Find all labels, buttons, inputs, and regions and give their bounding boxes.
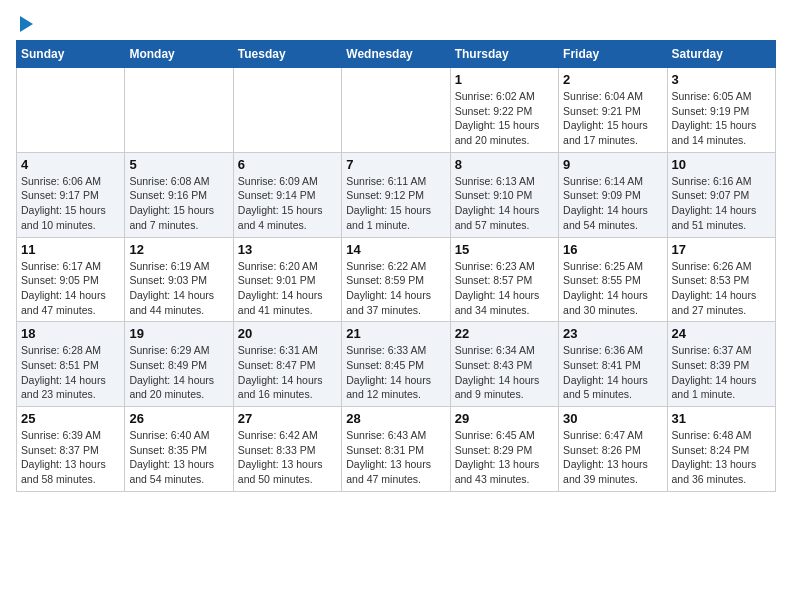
day-number: 9 xyxy=(563,157,662,172)
calendar-cell: 11Sunrise: 6:17 AM Sunset: 9:05 PM Dayli… xyxy=(17,237,125,322)
day-number: 22 xyxy=(455,326,554,341)
day-info: Sunrise: 6:11 AM Sunset: 9:12 PM Dayligh… xyxy=(346,174,445,233)
day-number: 7 xyxy=(346,157,445,172)
day-number: 8 xyxy=(455,157,554,172)
day-info: Sunrise: 6:48 AM Sunset: 8:24 PM Dayligh… xyxy=(672,428,771,487)
calendar-cell: 15Sunrise: 6:23 AM Sunset: 8:57 PM Dayli… xyxy=(450,237,558,322)
day-info: Sunrise: 6:05 AM Sunset: 9:19 PM Dayligh… xyxy=(672,89,771,148)
day-info: Sunrise: 6:28 AM Sunset: 8:51 PM Dayligh… xyxy=(21,343,120,402)
day-header-saturday: Saturday xyxy=(667,41,775,68)
day-number: 26 xyxy=(129,411,228,426)
day-info: Sunrise: 6:29 AM Sunset: 8:49 PM Dayligh… xyxy=(129,343,228,402)
day-info: Sunrise: 6:33 AM Sunset: 8:45 PM Dayligh… xyxy=(346,343,445,402)
day-number: 29 xyxy=(455,411,554,426)
day-number: 12 xyxy=(129,242,228,257)
calendar-cell xyxy=(233,68,341,153)
calendar-cell: 18Sunrise: 6:28 AM Sunset: 8:51 PM Dayli… xyxy=(17,322,125,407)
day-number: 25 xyxy=(21,411,120,426)
day-header-sunday: Sunday xyxy=(17,41,125,68)
day-number: 31 xyxy=(672,411,771,426)
day-header-thursday: Thursday xyxy=(450,41,558,68)
calendar-cell: 26Sunrise: 6:40 AM Sunset: 8:35 PM Dayli… xyxy=(125,407,233,492)
logo xyxy=(16,16,33,32)
day-info: Sunrise: 6:43 AM Sunset: 8:31 PM Dayligh… xyxy=(346,428,445,487)
calendar-cell: 5Sunrise: 6:08 AM Sunset: 9:16 PM Daylig… xyxy=(125,152,233,237)
calendar-cell: 12Sunrise: 6:19 AM Sunset: 9:03 PM Dayli… xyxy=(125,237,233,322)
day-number: 1 xyxy=(455,72,554,87)
day-header-monday: Monday xyxy=(125,41,233,68)
day-info: Sunrise: 6:02 AM Sunset: 9:22 PM Dayligh… xyxy=(455,89,554,148)
calendar-week-3: 11Sunrise: 6:17 AM Sunset: 9:05 PM Dayli… xyxy=(17,237,776,322)
day-number: 13 xyxy=(238,242,337,257)
day-number: 19 xyxy=(129,326,228,341)
calendar-cell: 14Sunrise: 6:22 AM Sunset: 8:59 PM Dayli… xyxy=(342,237,450,322)
page-header xyxy=(16,16,776,32)
day-info: Sunrise: 6:37 AM Sunset: 8:39 PM Dayligh… xyxy=(672,343,771,402)
calendar-cell: 2Sunrise: 6:04 AM Sunset: 9:21 PM Daylig… xyxy=(559,68,667,153)
calendar-cell: 30Sunrise: 6:47 AM Sunset: 8:26 PM Dayli… xyxy=(559,407,667,492)
calendar-cell: 17Sunrise: 6:26 AM Sunset: 8:53 PM Dayli… xyxy=(667,237,775,322)
day-info: Sunrise: 6:06 AM Sunset: 9:17 PM Dayligh… xyxy=(21,174,120,233)
day-info: Sunrise: 6:39 AM Sunset: 8:37 PM Dayligh… xyxy=(21,428,120,487)
calendar-cell: 1Sunrise: 6:02 AM Sunset: 9:22 PM Daylig… xyxy=(450,68,558,153)
day-header-wednesday: Wednesday xyxy=(342,41,450,68)
calendar-cell: 16Sunrise: 6:25 AM Sunset: 8:55 PM Dayli… xyxy=(559,237,667,322)
day-number: 20 xyxy=(238,326,337,341)
calendar-cell: 20Sunrise: 6:31 AM Sunset: 8:47 PM Dayli… xyxy=(233,322,341,407)
calendar-cell: 6Sunrise: 6:09 AM Sunset: 9:14 PM Daylig… xyxy=(233,152,341,237)
day-number: 18 xyxy=(21,326,120,341)
calendar-cell xyxy=(125,68,233,153)
day-info: Sunrise: 6:42 AM Sunset: 8:33 PM Dayligh… xyxy=(238,428,337,487)
day-number: 5 xyxy=(129,157,228,172)
day-number: 14 xyxy=(346,242,445,257)
day-info: Sunrise: 6:45 AM Sunset: 8:29 PM Dayligh… xyxy=(455,428,554,487)
day-header-friday: Friday xyxy=(559,41,667,68)
calendar-cell: 27Sunrise: 6:42 AM Sunset: 8:33 PM Dayli… xyxy=(233,407,341,492)
day-info: Sunrise: 6:04 AM Sunset: 9:21 PM Dayligh… xyxy=(563,89,662,148)
calendar-cell: 10Sunrise: 6:16 AM Sunset: 9:07 PM Dayli… xyxy=(667,152,775,237)
day-info: Sunrise: 6:16 AM Sunset: 9:07 PM Dayligh… xyxy=(672,174,771,233)
calendar-week-2: 4Sunrise: 6:06 AM Sunset: 9:17 PM Daylig… xyxy=(17,152,776,237)
day-number: 3 xyxy=(672,72,771,87)
calendar-cell: 21Sunrise: 6:33 AM Sunset: 8:45 PM Dayli… xyxy=(342,322,450,407)
day-info: Sunrise: 6:47 AM Sunset: 8:26 PM Dayligh… xyxy=(563,428,662,487)
day-info: Sunrise: 6:09 AM Sunset: 9:14 PM Dayligh… xyxy=(238,174,337,233)
day-info: Sunrise: 6:25 AM Sunset: 8:55 PM Dayligh… xyxy=(563,259,662,318)
calendar-cell: 25Sunrise: 6:39 AM Sunset: 8:37 PM Dayli… xyxy=(17,407,125,492)
day-info: Sunrise: 6:22 AM Sunset: 8:59 PM Dayligh… xyxy=(346,259,445,318)
calendar-cell: 7Sunrise: 6:11 AM Sunset: 9:12 PM Daylig… xyxy=(342,152,450,237)
day-number: 11 xyxy=(21,242,120,257)
day-info: Sunrise: 6:20 AM Sunset: 9:01 PM Dayligh… xyxy=(238,259,337,318)
calendar-header-row: SundayMondayTuesdayWednesdayThursdayFrid… xyxy=(17,41,776,68)
day-number: 6 xyxy=(238,157,337,172)
day-info: Sunrise: 6:40 AM Sunset: 8:35 PM Dayligh… xyxy=(129,428,228,487)
day-info: Sunrise: 6:08 AM Sunset: 9:16 PM Dayligh… xyxy=(129,174,228,233)
calendar-cell: 3Sunrise: 6:05 AM Sunset: 9:19 PM Daylig… xyxy=(667,68,775,153)
day-number: 10 xyxy=(672,157,771,172)
day-number: 28 xyxy=(346,411,445,426)
day-header-tuesday: Tuesday xyxy=(233,41,341,68)
day-number: 2 xyxy=(563,72,662,87)
calendar-cell: 23Sunrise: 6:36 AM Sunset: 8:41 PM Dayli… xyxy=(559,322,667,407)
day-number: 24 xyxy=(672,326,771,341)
day-number: 21 xyxy=(346,326,445,341)
calendar-cell: 19Sunrise: 6:29 AM Sunset: 8:49 PM Dayli… xyxy=(125,322,233,407)
day-number: 4 xyxy=(21,157,120,172)
calendar-table: SundayMondayTuesdayWednesdayThursdayFrid… xyxy=(16,40,776,492)
calendar-cell: 8Sunrise: 6:13 AM Sunset: 9:10 PM Daylig… xyxy=(450,152,558,237)
calendar-week-1: 1Sunrise: 6:02 AM Sunset: 9:22 PM Daylig… xyxy=(17,68,776,153)
day-info: Sunrise: 6:31 AM Sunset: 8:47 PM Dayligh… xyxy=(238,343,337,402)
day-info: Sunrise: 6:34 AM Sunset: 8:43 PM Dayligh… xyxy=(455,343,554,402)
day-number: 15 xyxy=(455,242,554,257)
day-info: Sunrise: 6:14 AM Sunset: 9:09 PM Dayligh… xyxy=(563,174,662,233)
day-info: Sunrise: 6:23 AM Sunset: 8:57 PM Dayligh… xyxy=(455,259,554,318)
calendar-cell: 29Sunrise: 6:45 AM Sunset: 8:29 PM Dayli… xyxy=(450,407,558,492)
calendar-cell xyxy=(17,68,125,153)
logo-arrow-icon xyxy=(20,16,33,32)
calendar-cell: 22Sunrise: 6:34 AM Sunset: 8:43 PM Dayli… xyxy=(450,322,558,407)
day-number: 16 xyxy=(563,242,662,257)
calendar-cell xyxy=(342,68,450,153)
calendar-cell: 9Sunrise: 6:14 AM Sunset: 9:09 PM Daylig… xyxy=(559,152,667,237)
day-info: Sunrise: 6:36 AM Sunset: 8:41 PM Dayligh… xyxy=(563,343,662,402)
calendar-week-4: 18Sunrise: 6:28 AM Sunset: 8:51 PM Dayli… xyxy=(17,322,776,407)
